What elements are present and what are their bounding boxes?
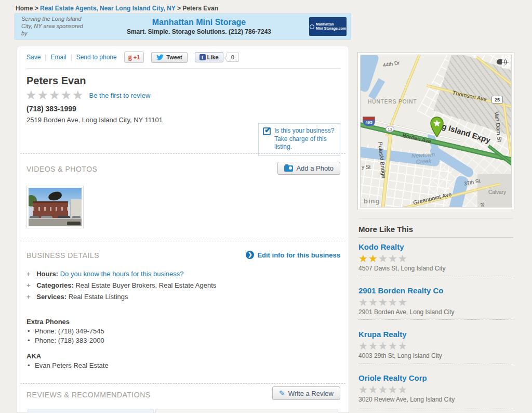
hours-row: + Hours: Do you know the hours for this …	[26, 270, 183, 278]
business-phone: (718) 383-1999	[26, 105, 76, 113]
road	[385, 55, 422, 136]
divider	[358, 218, 513, 218]
listing-name-link[interactable]: Krupa Realty	[358, 330, 513, 339]
business-address: 2519 Borden Ave, Long Island City, NY 11…	[26, 116, 163, 124]
breadcrumb-current: Peters Evan	[182, 5, 218, 12]
categories-value: Real Estate Buyer Brokers, Real Estate A…	[75, 281, 216, 289]
similar-listing: Kodo Realty ★★★★★ 4507 Davis St, Long Is…	[358, 242, 513, 272]
write-review-button[interactable]: ✎ Write a Review	[272, 386, 340, 400]
map-canvas: 44th Dr 25 Thomson Ave HUNTERS POINT 495…	[360, 55, 512, 208]
divider	[20, 383, 345, 384]
advertiser-logo-icon	[310, 24, 314, 29]
like-label: Like	[207, 54, 219, 60]
categories-label: Categories:	[36, 281, 74, 289]
services-row: + Services: Real Estate Listings	[26, 293, 128, 301]
divider: |	[71, 54, 72, 61]
camera-icon	[284, 165, 293, 172]
email-link[interactable]: Email	[50, 54, 66, 61]
advertiser-tagline: Smart. Simple. Storage Solutions. (212) …	[89, 28, 309, 35]
breadcrumb-category-link[interactable]: Real Estate Agents, Near Long Island Cit…	[40, 5, 176, 12]
services-label: Services:	[36, 293, 66, 301]
storefront-photo	[29, 188, 82, 226]
photo-watermark	[67, 222, 81, 225]
checkbox-icon	[263, 127, 271, 135]
star-rating: ★★★★★	[358, 383, 513, 396]
be-first-to-review-link[interactable]: Be the first to review	[89, 92, 151, 99]
map-directions-button[interactable]: Map & Directions	[497, 59, 508, 64]
write-review-label: Write a Review	[288, 390, 334, 397]
listing-name-link[interactable]: 2901 Borden Realty Co	[358, 286, 513, 295]
more-like-this-title: More Like This	[358, 225, 513, 238]
star-rating: ★★★★★	[25, 88, 84, 102]
breadcrumb-home-link[interactable]: Home	[16, 5, 33, 12]
google-plus-one-button[interactable]: g +1	[124, 51, 144, 63]
divider	[358, 364, 513, 364]
advertiser-logo-text: Mini Storage.com	[316, 27, 346, 30]
divider	[20, 241, 345, 241]
map-pin-icon	[430, 117, 444, 137]
advertiser-link[interactable]: Manhattan Mini Storage	[89, 18, 309, 27]
bing-logo: bing	[364, 197, 380, 205]
send-to-phone-link[interactable]: Send to phone	[76, 54, 117, 61]
reviews-title: REVIEWS & RECOMMENDATIONS	[26, 391, 151, 399]
listing-address: 4003 29th St, Long Island City	[358, 352, 513, 359]
plus-icon: +	[26, 293, 31, 301]
tweet-button[interactable]: Tweet	[151, 52, 187, 63]
breadcrumb-separator: >	[177, 5, 181, 12]
hours-label: Hours:	[36, 270, 58, 278]
star-rating: ★★★★★	[358, 252, 513, 265]
listing-name-link[interactable]: Kodo Realty	[358, 242, 513, 251]
similar-listing: 2901 Borden Realty Co ★★★★★ 2901 Borden …	[358, 286, 513, 316]
extra-phones-title: Extra Phones	[26, 318, 70, 326]
map-label-y-st: y St	[362, 164, 370, 170]
page: Home > Real Estate Agents, Near Long Isl…	[0, 0, 532, 413]
edit-business-info-link[interactable]: ❯ Edit info for this business	[246, 251, 340, 259]
listing-address: 4507 Davis St, Long Island City	[358, 265, 513, 272]
advertiser-logo[interactable]: Manhattan Mini Storage.com	[309, 17, 347, 36]
tweet-label: Tweet	[166, 54, 182, 60]
divider	[358, 408, 513, 408]
listing-address: 2901 Borden Ave, Long Island City	[358, 308, 513, 316]
facebook-like-button[interactable]: f Like	[195, 52, 223, 62]
business-photo-thumbnail[interactable]	[26, 186, 84, 228]
divider: |	[45, 54, 46, 61]
route-25-shield: 25	[491, 96, 503, 104]
claim-line1: Is this your business?	[274, 127, 334, 134]
similar-listing: Oriole Realty Corp ★★★★★ 3020 Review Ave…	[358, 373, 513, 403]
business-name: Peters Evan	[26, 75, 86, 87]
listing-address: 3020 Review Ave, Long Island City	[358, 396, 513, 403]
videos-photos-title: VIDEOS & PHOTOS	[26, 165, 97, 173]
edit-link-label: Edit info for this business	[257, 251, 340, 259]
save-link[interactable]: Save	[26, 54, 41, 61]
add-photo-button[interactable]: Add a Photo	[277, 162, 340, 175]
listing-name-link[interactable]: Oriole Realty Corp	[358, 373, 513, 382]
like-count-badge: 0	[227, 53, 239, 62]
similar-listing: Krupa Realty ★★★★★ 4003 29th St, Long Is…	[358, 330, 513, 359]
map-label-hunters-point: HUNTERS POINT	[368, 99, 417, 105]
aka-title: AKA	[26, 352, 41, 360]
services-value: Real Estate Listings	[69, 293, 128, 301]
breadcrumb-separator: >	[35, 5, 38, 12]
plus-one-label: +1	[134, 54, 140, 60]
business-rating-row: ★★★★★ Be the first to review	[25, 88, 150, 102]
extra-phone-item: Phone: (718) 383-2000	[35, 337, 104, 344]
claim-business-box[interactable]: Is this your business? Take charge of th…	[258, 123, 340, 156]
main-panel: Save | Email | Send to phone g +1 Tweet …	[17, 46, 349, 413]
star-rating: ★★★★★	[358, 296, 513, 308]
route-13-shield: 13	[385, 126, 394, 132]
pencil-icon: ✎	[279, 389, 285, 397]
hours-link[interactable]: Do you know the hours for this business?	[60, 270, 184, 278]
google-icon: g	[128, 53, 132, 61]
map-directions-label: Map & Directions	[501, 55, 512, 70]
review-tab[interactable]	[155, 409, 338, 413]
divider	[20, 153, 345, 154]
claim-line2: Take charge of this listing.	[274, 135, 327, 151]
arrow-circle-icon: ❯	[246, 251, 254, 259]
review-tab[interactable]	[28, 409, 154, 413]
extra-phone-item: Phone: (718) 349-7545	[35, 327, 104, 335]
map-widget[interactable]: 44th Dr 25 Thomson Ave HUNTERS POINT 495…	[357, 52, 514, 210]
aka-item: Evan Peters Real Estate	[35, 362, 109, 369]
i495-shield: 495	[363, 117, 375, 126]
plus-icon: +	[26, 281, 31, 289]
divider	[358, 319, 513, 320]
